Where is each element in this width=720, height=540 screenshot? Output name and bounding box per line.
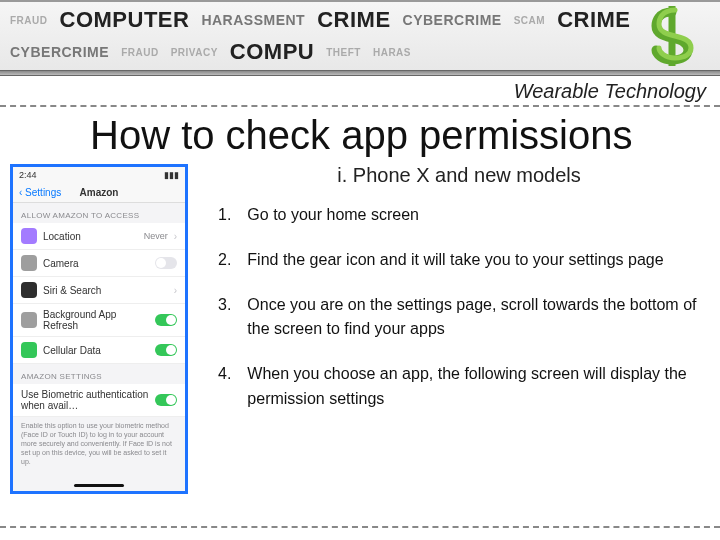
chevron-right-icon: › bbox=[174, 285, 177, 296]
phone-row-cellular: Cellular Data bbox=[13, 337, 185, 364]
phone-row-siri: Siri & Search › bbox=[13, 277, 185, 304]
camera-icon bbox=[21, 255, 37, 271]
toggle-on-icon bbox=[155, 394, 177, 406]
phone-indicators: ▮▮▮ bbox=[164, 170, 179, 180]
siri-icon bbox=[21, 282, 37, 298]
page-title: How to check app permissions bbox=[0, 107, 720, 164]
steps-list: 1. Go to your home screen 2. Find the ge… bbox=[210, 197, 708, 426]
cellular-icon bbox=[21, 342, 37, 358]
step-row: 4. When you choose an app, the following… bbox=[210, 356, 708, 426]
phone-time: 2:44 bbox=[19, 170, 37, 180]
footer-divider bbox=[0, 526, 720, 528]
step-number: 1. bbox=[210, 197, 239, 242]
step-row: 1. Go to your home screen bbox=[210, 197, 708, 242]
phone-row-biometric: Use Biometric authentication when avail… bbox=[13, 384, 185, 417]
chevron-right-icon: › bbox=[174, 231, 177, 242]
instructions-block: i. Phone X and new models 1. Go to your … bbox=[188, 164, 720, 494]
refresh-icon bbox=[21, 312, 37, 328]
phone-row-camera: Camera bbox=[13, 250, 185, 277]
step-row: 2. Find the gear icon and it will take y… bbox=[210, 242, 708, 287]
phone-title: Amazon bbox=[13, 187, 185, 198]
phone-screenshot: 2:44 ▮▮▮ ‹ Settings Amazon ALLOW AMAZON … bbox=[10, 164, 188, 494]
toggle-on-icon bbox=[155, 314, 177, 326]
step-number: 4. bbox=[210, 356, 239, 426]
step-text: When you choose an app, the following sc… bbox=[239, 356, 708, 426]
phone-fine-print: Enable this option to use your biometric… bbox=[13, 417, 185, 470]
phone-row-location: Location Never › bbox=[13, 223, 185, 250]
banner-wordcloud: FRAUD COMPUTER HARASSMENT CRIME CYBERCRI… bbox=[0, 2, 720, 70]
step-number: 3. bbox=[210, 287, 239, 357]
header-subtitle: Wearable Technology bbox=[0, 76, 720, 107]
location-icon bbox=[21, 228, 37, 244]
toggle-on-icon bbox=[155, 344, 177, 356]
phone-home-indicator bbox=[74, 484, 124, 487]
phone-section-header: ALLOW AMAZON TO ACCESS bbox=[13, 203, 185, 223]
header-banner: FRAUD COMPUTER HARASSMENT CRIME CYBERCRI… bbox=[0, 0, 720, 70]
instructions-subtitle: i. Phone X and new models bbox=[210, 164, 708, 187]
phone-nav-bar: ‹ Settings Amazon bbox=[13, 183, 185, 203]
phone-status-bar: 2:44 ▮▮▮ bbox=[13, 167, 185, 183]
step-text: Find the gear icon and it will take you … bbox=[239, 242, 708, 287]
step-number: 2. bbox=[210, 242, 239, 287]
phone-row-refresh: Background App Refresh bbox=[13, 304, 185, 337]
step-text: Go to your home screen bbox=[239, 197, 708, 242]
dollar-icon bbox=[642, 6, 702, 66]
phone-section-header: AMAZON SETTINGS bbox=[13, 364, 185, 384]
step-row: 3. Once you are on the settings page, sc… bbox=[210, 287, 708, 357]
step-text: Once you are on the settings page, scrol… bbox=[239, 287, 708, 357]
toggle-off-icon bbox=[155, 257, 177, 269]
